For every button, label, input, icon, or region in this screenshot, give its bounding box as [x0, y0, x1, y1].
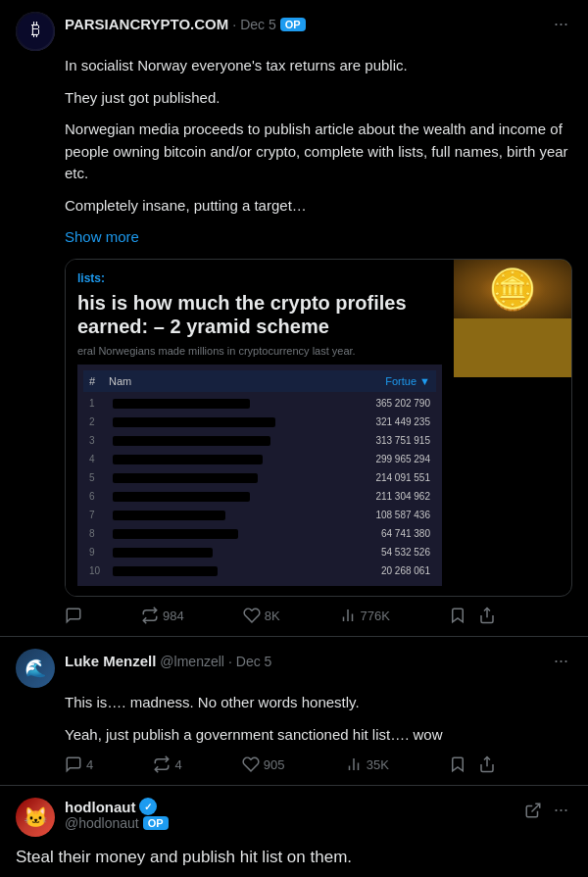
row-bar [113, 566, 363, 576]
luke-views-button[interactable]: 35K [345, 755, 389, 773]
col-num-header: # [89, 373, 109, 390]
content-p4: Completely insane, putting a target… [65, 195, 572, 218]
row-bar [113, 511, 363, 520]
row-num: 9 [89, 545, 109, 560]
luke-content-p2: Yeah, just publish a government sanction… [65, 724, 572, 747]
right-actions [449, 607, 496, 624]
hodlonaut-content: Steal their money and publish hit list o… [16, 845, 572, 877]
tweet-meta-top-luke: Luke Menzell @lmenzell · Dec 5 ··· [65, 649, 572, 673]
row-bar [113, 455, 363, 464]
like-button[interactable]: 8K [243, 607, 280, 624]
hodlonaut-more-options-button[interactable]: ··· [550, 798, 572, 822]
luke-tweet-actions: 4 4 905 35K [65, 755, 496, 773]
col-val-header: Fortue ▼ [385, 373, 430, 390]
article-image: 🪙 [454, 260, 571, 377]
row-num: 3 [89, 433, 109, 448]
article-subtitle: eral Norwegians made millions in cryptoc… [77, 344, 442, 359]
row-num: 4 [89, 452, 109, 466]
like-count: 8K [265, 609, 280, 623]
article-card[interactable]: lists: his is how much the crypto profil… [65, 259, 572, 598]
hodlonaut-left: 🐱 hodlonaut ✓ @hodlonaut OP [16, 798, 169, 837]
row-num: 2 [89, 414, 109, 429]
row-amount: 214 091 551 [367, 470, 430, 485]
show-more-button[interactable]: Show more [65, 228, 139, 245]
article-tag: lists: [77, 269, 442, 287]
verified-badge: ✓ [139, 798, 157, 815]
luke-avatar-image: 🌊 [16, 649, 55, 688]
tweet-parsiancrypto: ₿ PARSIANCRYPTO.COM · Dec 5 OP ··· In so… [0, 0, 588, 637]
avatar-parsiancrypto[interactable]: ₿ [16, 12, 55, 51]
tweet-meta-left: PARSIANCRYPTO.COM · Dec 5 OP [65, 16, 306, 32]
row-num: 7 [89, 508, 109, 522]
luke-display-name[interactable]: Luke Menzell [65, 653, 156, 669]
luke-like-button[interactable]: 905 [242, 755, 285, 773]
tweet-content: In socialist Norway everyone's tax retur… [65, 55, 572, 597]
col-name-header: Nam [109, 373, 385, 390]
row-amount: 321 449 235 [367, 414, 430, 429]
luke-like-count: 905 [264, 757, 285, 772]
hodlonaut-display-name[interactable]: hodlonaut [65, 799, 135, 815]
more-options-button[interactable]: ··· [550, 12, 572, 36]
content-p1: In socialist Norway everyone's tax retur… [65, 55, 572, 77]
row-amount: 313 751 915 [367, 433, 430, 448]
article-title: his is how much the crypto profiles earn… [77, 291, 442, 338]
row-amount: 54 532 526 [367, 545, 430, 560]
tweet-meta-luke: Luke Menzell @lmenzell · Dec 5 ··· [65, 649, 572, 673]
table-rows: 1 365 202 790 2 321 449 235 3 313 751 91… [83, 394, 436, 580]
luke-reply-button[interactable]: 4 [65, 755, 93, 773]
row-num: 6 [89, 489, 109, 504]
reply-button[interactable] [65, 607, 82, 624]
svg-text:₿: ₿ [31, 20, 40, 39]
hodlonaut-name-row: hodlonaut ✓ [65, 798, 169, 815]
tweet-luke: 🌊 Luke Menzell @lmenzell · Dec 5 ··· Thi… [0, 637, 588, 786]
article-table: # Nam Fortue ▼ 1 365 202 790 2 321 449 2… [77, 365, 442, 587]
luke-retweet-button[interactable]: 4 [153, 755, 181, 773]
row-amount: 108 587 436 [367, 508, 430, 522]
table-row: 5 214 091 551 [83, 468, 436, 487]
retweet-button[interactable]: 984 [141, 607, 184, 624]
share-button[interactable] [478, 607, 496, 624]
table-header: # Nam Fortue ▼ [83, 370, 436, 393]
tweet-header: ₿ PARSIANCRYPTO.COM · Dec 5 OP ··· [16, 12, 572, 51]
table-row: 9 54 532 526 [83, 543, 436, 561]
row-num: 1 [89, 396, 109, 411]
table-row: 3 313 751 915 [83, 431, 436, 450]
article-left: lists: his is how much the crypto profil… [66, 260, 454, 597]
avatar-luke[interactable]: 🌊 [16, 649, 55, 688]
row-amount: 365 202 790 [367, 396, 430, 411]
luke-share-button[interactable] [478, 755, 496, 773]
views-button[interactable]: 776K [339, 607, 390, 624]
display-name[interactable]: PARSIANCRYPTO.COM [65, 16, 228, 32]
bitcoin-image: 🪙 [454, 260, 571, 318]
table-row: 4 299 965 294 [83, 450, 436, 468]
row-bar [113, 436, 363, 446]
row-bar [113, 492, 363, 502]
luke-bookmark-button[interactable] [449, 755, 466, 773]
luke-timestamp: Dec 5 [236, 654, 272, 669]
avatar-hodlonaut[interactable]: 🐱 [16, 798, 55, 837]
row-num: 5 [89, 470, 109, 485]
table-row: 2 321 449 235 [83, 413, 436, 431]
hodlonaut-meta: hodlonaut ✓ @hodlonaut OP [65, 798, 169, 831]
timestamp: Dec 5 [240, 17, 276, 32]
content-p3: Norwegian media proceeds to publish arti… [65, 119, 572, 185]
table-row: 8 64 741 380 [83, 524, 436, 543]
row-amount: 64 741 380 [367, 526, 430, 541]
views-count: 776K [361, 609, 390, 623]
bookmark-button[interactable] [449, 607, 466, 624]
luke-views-count: 35K [367, 757, 389, 772]
luke-retweet-count: 4 [174, 757, 181, 772]
tweet-header-luke: 🌊 Luke Menzell @lmenzell · Dec 5 ··· [16, 649, 572, 688]
tweet-hodlonaut: 🐱 hodlonaut ✓ @hodlonaut OP ··· Steal th… [0, 786, 588, 877]
row-bar [113, 473, 363, 483]
svg-line-10 [531, 804, 539, 811]
hodlonaut-op-badge: OP [143, 816, 169, 830]
dot-separator-luke: · [228, 654, 232, 669]
row-amount: 20 268 061 [367, 563, 430, 578]
op-badge: OP [280, 18, 306, 31]
luke-more-options-button[interactable]: ··· [550, 649, 572, 673]
hodlonaut-external-link-button[interactable] [524, 798, 542, 822]
luke-tweet-content: This is…. madness. No other words honest… [65, 692, 572, 746]
hodlonaut-right-icons: ··· [524, 798, 572, 822]
row-bar [113, 529, 363, 539]
